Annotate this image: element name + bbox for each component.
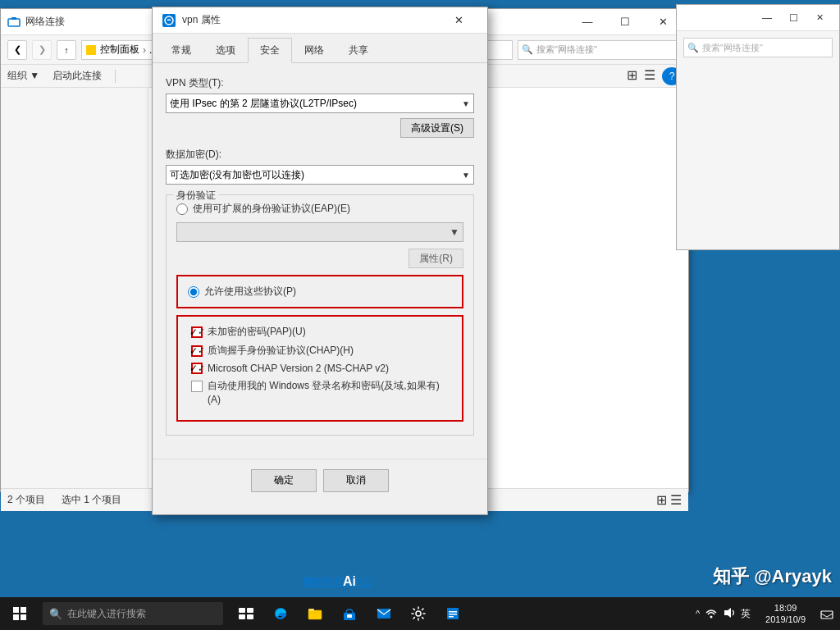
selected-count: 选中 1 个项目 [62,493,121,507]
task-view-button[interactable] [230,597,262,630]
network-sharing-center-link[interactable]: 网络和共享中心 [304,575,372,589]
pap-row: ✓ 未加密的密码(PAP)(U) [191,325,452,339]
auto-windows-label: 自动使用我的 Windows 登录名称和密码(及域,如果有)(A) [208,379,452,407]
auth-section-legend: 身份验证 [173,189,219,203]
vpn-dialog-content: VPN 类型(T): 使用 IPsec 的第 2 层隧道协议(L2TP/IPse… [153,63,487,459]
eap-radio-row: 使用可扩展的身份验证协议(EAP)(E) [176,202,463,216]
up-button[interactable]: ↑ [57,40,76,60]
svg-rect-19 [347,614,352,618]
eap-radio-button[interactable] [176,203,188,215]
tab-general[interactable]: 常规 [159,38,203,63]
vpn-close-button[interactable]: ✕ [440,7,477,34]
start-connection-button[interactable]: 启动此连接 [52,69,102,83]
data-encrypt-section: 数据加密(D): 可选加密(没有加密也可以连接) ▼ [166,148,474,185]
svg-rect-8 [13,607,19,613]
taskbar-search-box[interactable]: 🔍 在此键入进行搜索 [43,602,223,625]
right-panel-titlebar: — ☐ ✕ [677,5,839,31]
cancel-button[interactable]: 取消 [323,469,389,492]
svg-rect-20 [377,609,390,619]
pap-label: 未加密的密码(PAP)(U) [208,325,306,339]
organize-button[interactable]: 组织 ▼ [7,69,39,83]
mail-button[interactable] [368,597,400,630]
store-button[interactable] [333,597,366,630]
network-window-icon [7,16,21,29]
details-icon[interactable]: ☰ [644,67,655,85]
tab-security[interactable]: 安全 [248,38,292,63]
svg-rect-11 [21,614,26,620]
chap-label: 质询握手身份验证协议(CHAP)(H) [208,344,354,358]
taskbar-search-text: 在此键入进行搜索 [67,607,146,621]
tab-options[interactable]: 选项 [203,38,248,63]
svg-rect-24 [449,614,457,615]
mschapv2-row: ✓ Microsoft CHAP Version 2 (MS-CHAP v2) [191,363,452,374]
taskbar: 🔍 在此键入进行搜索 [0,597,840,630]
allow-radio-row: 允许使用这些协议(P) [188,285,452,299]
data-encrypt-label: 数据加密(D): [166,148,474,162]
svg-point-7 [165,16,173,25]
auto-windows-checkbox[interactable] [191,381,203,392]
rp-maximize[interactable]: ☐ [780,5,806,31]
vpn-type-section: VPN 类型(T): 使用 IPsec 的第 2 层隧道协议(L2TP/IPse… [166,76,474,138]
auth-section: 身份验证 使用可扩展的身份验证协议(EAP)(E) ▼ 属性(R) [166,194,474,436]
app-icon-extra[interactable] [436,597,469,630]
back-button[interactable]: ❮ [7,40,27,60]
tab-sharing[interactable]: 共享 [336,38,381,63]
network-tray-icon[interactable] [705,606,718,622]
right-panel-window: — ☐ ✕ 🔍 搜索"网络连接" [676,4,840,250]
volume-tray-icon[interactable] [723,606,736,622]
encrypt-dropdown-arrow: ▼ [462,171,470,180]
advanced-settings-button[interactable]: 高级设置(S) [400,118,474,138]
rp-close[interactable]: ✕ [806,5,833,31]
list-view-icon[interactable]: ☰ [670,492,682,508]
properties-btn-row: 属性(R) [176,245,463,268]
right-panel-search[interactable]: 🔍 搜索"网络连接" [683,38,833,57]
notification-button[interactable] [814,597,840,630]
bg-sidebar [1,88,148,488]
allow-protocols-radio[interactable] [188,286,199,298]
toolbar-icons: ⊞ ☰ ? [627,67,682,85]
vpn-type-dropdown[interactable]: 使用 IPsec 的第 2 层隧道协议(L2TP/IPsec) ▼ [166,94,474,113]
tab-network[interactable]: 网络 [292,38,336,63]
svg-rect-10 [13,614,19,620]
start-button[interactable] [0,597,39,630]
vpn-window-controls: ✕ [440,7,477,34]
forward-button[interactable]: ❯ [32,40,52,60]
chap-checkbox[interactable]: ✓ [191,345,203,357]
mschapv2-checkbox[interactable]: ✓ [191,363,203,374]
search-bar[interactable]: 🔍 搜索"网络连接" [518,40,682,60]
properties-button: 属性(R) [409,249,463,268]
svg-rect-2 [86,45,96,55]
vpn-button-row: 确定 取消 [153,459,487,502]
settings-button[interactable] [402,597,435,630]
language-indicator[interactable]: 英 [741,607,751,621]
advanced-btn-row: 高级设置(S) [166,118,474,138]
taskbar-right-section: ^ 英 18: [689,597,840,630]
pap-checkbox[interactable]: ✓ [191,326,203,338]
vpn-titlebar: vpn 属性 ✕ [153,7,487,34]
edge-browser-button[interactable] [264,597,297,630]
bg-maximize-button[interactable]: ☐ [606,9,644,35]
right-panel-controls: — ☐ ✕ [754,5,833,31]
data-encrypt-dropdown[interactable]: 可选加密(没有加密也可以连接) ▼ [166,165,474,185]
view-icon[interactable]: ⊞ [627,67,637,85]
vpn-properties-dialog: vpn 属性 ✕ 常规 选项 安全 网络 共享 VPN 类型(T): 使用 IP… [152,7,488,515]
tray-expand-icon[interactable]: ^ [696,609,700,619]
grid-view-icon[interactable]: ⊞ [656,492,667,508]
rp-minimize[interactable]: — [754,5,780,31]
taskbar-app-icons [230,597,469,630]
svg-rect-1 [11,17,16,20]
vpn-type-label: VPN 类型(T): [166,76,474,90]
vpn-tab-bar: 常规 选项 安全 网络 共享 [153,34,487,63]
ok-button[interactable]: 确定 [251,469,317,492]
svg-rect-25 [449,616,454,618]
svg-rect-12 [239,608,245,613]
file-explorer-button[interactable] [299,597,331,630]
bg-minimize-button[interactable]: — [568,9,606,35]
ai-text: Ai [343,574,356,589]
bg-window-controls: — ☐ ✕ [568,9,682,35]
item-count: 2 个项目 [7,493,45,507]
chap-row: ✓ 质询握手身份验证协议(CHAP)(H) [191,344,452,358]
vpn-title-text: vpn 属性 [182,13,440,27]
svg-rect-17 [308,609,314,611]
taskbar-time[interactable]: 18:09 2019/10/9 [757,597,814,630]
